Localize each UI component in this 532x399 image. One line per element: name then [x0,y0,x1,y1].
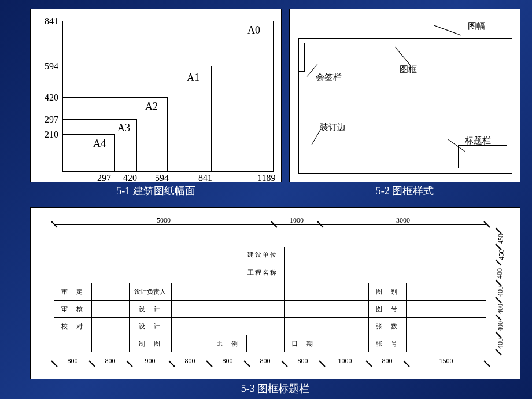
paper-size-diagram: 841 594 420 297 210 297 420 594 841 1189… [30,9,282,182]
vl-9 [406,283,407,352]
bd-1: 800 [54,357,91,365]
xlabel-420: 420 [123,173,137,183]
label-biaoti: 标题栏 [465,135,491,146]
title-box [458,145,507,168]
cell-gongcheng: 工程名称 [241,263,284,283]
ylabel-594: 594 [35,61,58,72]
hl-5 [54,335,486,335]
caption-3: 5-3 图框标题栏 [30,382,520,396]
vl-7 [322,335,322,352]
label-a1: A1 [187,72,200,84]
label-tuff: 图幅 [468,21,485,32]
bd-9: 800 [368,357,406,365]
cell-zhitu: 制 图 [129,335,171,352]
label-zhuangding: 装订边 [320,122,346,133]
label-a2: A2 [145,101,158,113]
dim-line-top [54,224,486,225]
rd-7: 400 [496,335,513,352]
dim-1000: 1000 [274,216,320,225]
cell-zhanghao: 张 号 [368,335,406,352]
cell-sheji2: 设 计 [129,317,171,335]
label-a3: A3 [117,122,130,134]
xlabel-1189: 1189 [257,173,275,183]
ylabel-841: 841 [35,16,58,27]
cell-tuhao: 图 号 [368,300,406,317]
bd-10: 1500 [406,357,486,365]
frame-style-diagram: 图幅 图框 会签栏 装订边 标题栏 [289,9,520,182]
ylabel-420: 420 [35,93,58,103]
sign-box [299,43,305,72]
xlabel-594: 594 [155,173,169,183]
bd-5: 800 [209,357,246,365]
ylabel-210: 210 [35,130,58,140]
vl-1 [91,283,92,352]
rd-5: 400 [496,300,513,317]
title-block-diagram: 5000 1000 3000 建设单位 工程名称 审 定 设计负责人 图 别 审… [30,207,520,379]
caption-1: 5-1 建筑图纸幅面 [30,184,282,198]
bd-4: 800 [171,357,209,365]
cell-shejifzr: 设计负责人 [129,283,171,300]
bd-3: 900 [129,357,171,365]
dim-5000: 5000 [54,216,274,225]
hl-2 [54,283,486,283]
bd-7: 800 [284,357,322,365]
hl-4 [54,317,486,318]
label-tukuang: 图框 [400,64,417,75]
cell-jiaodui: 校 对 [54,317,91,335]
hl-3 [54,300,486,301]
xlabel-297: 297 [97,173,111,183]
bd-2: 800 [91,357,129,365]
rd-3: 400 [496,265,514,282]
rd-4: 400 [496,283,513,300]
lead-1 [434,25,461,35]
vl-7b [345,247,345,283]
bd-6: 800 [246,357,284,365]
vl-5 [246,335,247,352]
cell-sheji1: 设 计 [129,300,171,317]
axis-x [62,171,274,172]
xlabel-841: 841 [198,173,212,183]
box-a4 [62,134,115,171]
cell-tubie: 图 别 [368,283,406,300]
caption-2: 5-2 图框样式 [289,184,520,198]
rd-6: 400 [496,317,513,335]
label-a0: A0 [247,24,260,36]
dim-3000: 3000 [320,216,486,225]
cell-zhangshu: 张 数 [368,317,406,335]
cell-shending: 审 定 [54,283,91,300]
label-huiqian: 会签栏 [316,72,342,83]
cell-riqi: 日 期 [284,335,322,352]
label-a4: A4 [93,138,106,150]
cell-bili: 比 例 [209,335,246,352]
bd-8: 1000 [322,357,368,365]
ylabel-297: 297 [35,114,58,125]
cell-shenhe: 审 核 [54,300,91,317]
cell-jianshe: 建设单位 [241,247,284,263]
vl-3 [171,283,172,352]
